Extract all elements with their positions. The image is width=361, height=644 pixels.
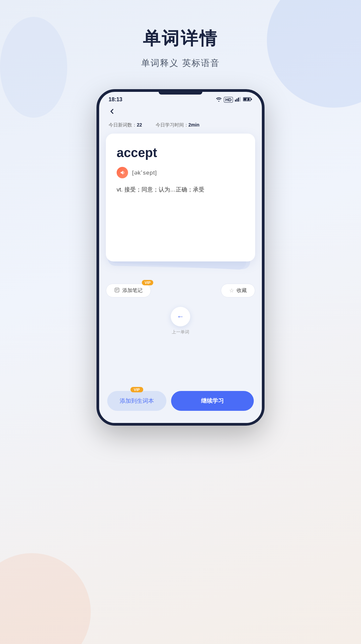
sound-button[interactable] [117, 167, 128, 178]
page-subtitle: 单词释义 英标语音 [0, 57, 361, 69]
word-card: accept [əkˈsept] vt. 接受；同意；认为…正确；承受 [106, 134, 255, 261]
card-actions: 添加笔记 VIP ☆ 收藏 [99, 284, 262, 297]
svg-rect-6 [251, 99, 252, 100]
svg-rect-0 [235, 100, 236, 102]
star-icon: ☆ [229, 287, 234, 294]
add-note-button[interactable]: 添加笔记 VIP [106, 284, 151, 297]
note-icon [114, 287, 120, 294]
card-area: accept [əkˈsept] vt. 接受；同意；认为…正确；承受 [99, 134, 262, 278]
add-note-vip-badge: VIP [142, 280, 153, 285]
hd-badge: HD [224, 97, 233, 103]
status-bar: 18:13 HD [99, 92, 262, 105]
status-time: 18:13 [109, 97, 122, 103]
prev-arrow-icon: ← [177, 312, 184, 321]
wifi-icon [216, 97, 222, 103]
word-heading: accept [117, 146, 244, 160]
stats-bar: 今日新词数：22 今日学习时间：2min [99, 119, 262, 134]
pronunciation-row: [əkˈsept] [117, 167, 244, 178]
word-definition: vt. 接受；同意；认为…正确；承受 [117, 185, 244, 195]
bottom-actions: VIP 添加到生词本 继续学习 [99, 384, 262, 423]
svg-rect-7 [115, 288, 119, 292]
page-title: 单词详情 [0, 27, 361, 50]
study-time-stat: 今日学习时间：2min [156, 122, 200, 128]
phonetic-text: [əkˈsept] [132, 169, 157, 176]
new-words-stat: 今日新词数：22 [109, 122, 142, 128]
prev-word-label: 上一单词 [172, 329, 189, 335]
collect-button[interactable]: ☆ 收藏 [221, 284, 255, 297]
signal-icon [235, 97, 241, 103]
add-vocab-vip-badge: VIP [130, 387, 143, 392]
svg-rect-1 [237, 99, 238, 102]
svg-rect-3 [240, 97, 241, 102]
continue-button[interactable]: 继续学习 [171, 391, 254, 411]
battery-icon [243, 97, 252, 103]
add-vocab-button[interactable]: VIP 添加到生词本 [107, 391, 166, 411]
navigation-area: ← 上一单词 [99, 307, 262, 335]
svg-rect-2 [238, 98, 239, 102]
prev-word-button[interactable]: ← [171, 307, 190, 326]
phone-mockup: 18:13 HD [0, 89, 361, 426]
back-button[interactable] [99, 105, 262, 119]
